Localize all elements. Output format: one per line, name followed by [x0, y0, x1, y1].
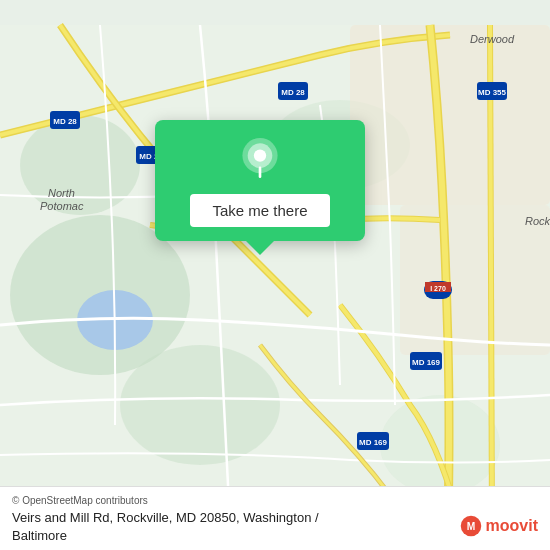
svg-text:North: North — [48, 187, 75, 199]
moovit-brand-icon: M — [460, 515, 482, 537]
osm-credit: © OpenStreetMap contributors — [12, 495, 538, 506]
svg-text:Rock: Rock — [525, 215, 550, 227]
address-line: Veirs and Mill Rd, Rockville, MD 20850, … — [12, 508, 538, 544]
svg-text:Derwood: Derwood — [470, 33, 515, 45]
address-main: Veirs and Mill Rd, Rockville, MD 20850, … — [12, 510, 319, 525]
svg-point-5 — [380, 395, 500, 495]
take-me-there-button[interactable]: Take me there — [190, 194, 329, 227]
svg-text:MD 28: MD 28 — [53, 117, 77, 126]
svg-text:MD 169: MD 169 — [359, 438, 388, 447]
bottom-bar: © OpenStreetMap contributors Veirs and M… — [0, 486, 550, 550]
svg-text:I 270: I 270 — [430, 285, 446, 292]
svg-text:MD 28: MD 28 — [281, 88, 305, 97]
svg-point-32 — [254, 149, 266, 161]
address-city: Baltimore — [12, 528, 67, 543]
location-pin-icon — [238, 138, 282, 182]
osm-credit-text: © OpenStreetMap contributors — [12, 495, 148, 506]
moovit-logo: M moovit — [460, 515, 538, 537]
svg-rect-8 — [400, 205, 550, 355]
map-container: MD 28 MD 28 MD 28 MD 28 MD 355 I 270 MD … — [0, 0, 550, 550]
svg-rect-7 — [350, 25, 550, 205]
svg-point-4 — [120, 345, 280, 465]
address-block: Veirs and Mill Rd, Rockville, MD 20850, … — [12, 508, 319, 544]
moovit-text: moovit — [486, 517, 538, 535]
popup-card: Take me there — [155, 120, 365, 241]
map-background: MD 28 MD 28 MD 28 MD 28 MD 355 I 270 MD … — [0, 0, 550, 550]
svg-text:MD 169: MD 169 — [412, 358, 441, 367]
address-text: Veirs and Mill Rd, Rockville, MD 20850, … — [12, 510, 319, 543]
svg-text:M: M — [466, 521, 475, 532]
svg-text:MD 355: MD 355 — [478, 88, 507, 97]
svg-text:Potomac: Potomac — [40, 200, 84, 212]
